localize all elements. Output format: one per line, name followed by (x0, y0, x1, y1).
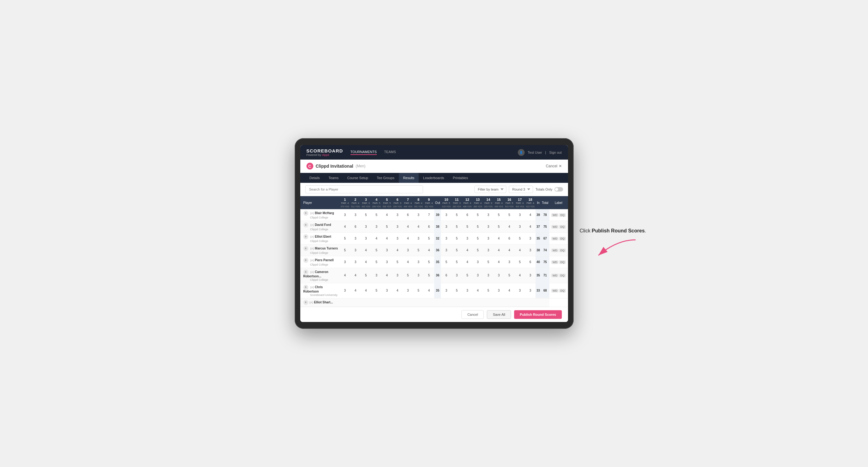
hole-7-score[interactable]: 3 (403, 283, 413, 298)
hole-15-score[interactable]: 3 (494, 268, 504, 283)
dq-badge[interactable]: DQ (559, 213, 566, 217)
hole-4-score[interactable]: 3 (371, 221, 382, 232)
hole-5-score[interactable]: 3 (382, 256, 392, 268)
hole-14-score[interactable]: 5 (483, 256, 494, 268)
round-select[interactable]: Round 3 (509, 186, 533, 193)
hole-9-score[interactable]: 6 (424, 221, 434, 232)
hole-7-score[interactable]: 4 (403, 256, 413, 268)
hole-8-score[interactable]: 3 (413, 268, 424, 283)
hole-13-score[interactable]: 4 (472, 283, 483, 298)
hole-6-score[interactable]: 4 (392, 283, 403, 298)
dq-badge[interactable]: DQ (559, 260, 566, 264)
hole-9-score[interactable]: 5 (424, 232, 434, 244)
nav-teams[interactable]: TEAMS (384, 150, 396, 155)
hole-15-score[interactable]: 3 (494, 283, 504, 298)
hole-16-score[interactable]: 4 (504, 221, 515, 232)
hole-8-score[interactable]: 4 (413, 221, 424, 232)
hole-1-score[interactable]: 3 (340, 283, 350, 298)
hole-9-score[interactable]: 5 (424, 256, 434, 268)
hole-2-score[interactable]: 3 (350, 244, 361, 256)
hole-12-score[interactable]: 5 (462, 221, 472, 232)
hole-12-score[interactable]: 3 (462, 283, 472, 298)
hole-1-score[interactable]: 5 (340, 232, 350, 244)
hole-4-score[interactable]: 3 (371, 268, 382, 283)
hole-5-score[interactable]: 4 (382, 268, 392, 283)
hole-11-score[interactable]: 5 (452, 283, 462, 298)
hole-5-score[interactable]: 3 (382, 244, 392, 256)
hole-6-score[interactable]: 3 (392, 221, 403, 232)
hole-9-score[interactable]: 4 (424, 283, 434, 298)
hole-8-score[interactable]: 3 (413, 209, 424, 221)
hole-7-score[interactable]: 6 (403, 209, 413, 221)
hole-8-score[interactable]: 5 (413, 283, 424, 298)
filter-by-team-select[interactable]: Filter by team (474, 186, 506, 193)
hole-10-score[interactable]: 3 (441, 244, 452, 256)
hole-8-score[interactable]: 3 (413, 232, 424, 244)
hole-3-score[interactable]: 3 (361, 232, 371, 244)
hole-3-score[interactable]: 4 (361, 283, 371, 298)
tab-tee-groups[interactable]: Tee Groups (372, 173, 399, 183)
hole-17-score[interactable]: 5 (515, 256, 525, 268)
hole-3-score[interactable]: 4 (361, 244, 371, 256)
hole-18-score[interactable]: 4 (525, 221, 535, 232)
hole-14-score[interactable]: 3 (483, 221, 494, 232)
hole-6-score[interactable]: 3 (392, 232, 403, 244)
hole-10-score[interactable]: 3 (441, 283, 452, 298)
hole-5-score[interactable]: 4 (382, 232, 392, 244)
dq-badge[interactable]: DQ (559, 274, 566, 277)
hole-5-score[interactable]: 5 (382, 221, 392, 232)
hole-2-score[interactable]: 3 (350, 232, 361, 244)
hole-1-score[interactable]: 4 (340, 221, 350, 232)
hole-12-score[interactable]: 4 (462, 256, 472, 268)
hole-3-score[interactable]: 5 (361, 268, 371, 283)
hole-4-score[interactable]: 5 (371, 283, 382, 298)
hole-10-score[interactable]: 3 (441, 209, 452, 221)
hole-13-score[interactable]: 3 (472, 268, 483, 283)
wd-badge[interactable]: WD (551, 213, 558, 217)
hole-6-score[interactable]: 3 (392, 268, 403, 283)
wd-badge[interactable]: WD (551, 274, 558, 277)
sign-out-link[interactable]: Sign out (549, 151, 561, 154)
hole-1-score[interactable]: 3 (340, 256, 350, 268)
tab-printables[interactable]: Printables (448, 173, 472, 183)
hole-4-score[interactable]: 4 (371, 232, 382, 244)
tab-results[interactable]: Results (399, 173, 419, 183)
hole-4-score[interactable]: 5 (371, 244, 382, 256)
hole-14-score[interactable]: 3 (483, 244, 494, 256)
hole-18-score[interactable]: 3 (525, 268, 535, 283)
hole-16-score[interactable]: 4 (504, 283, 515, 298)
wd-badge[interactable]: WD (551, 249, 558, 252)
hole-1-score[interactable]: 3 (340, 209, 350, 221)
dq-badge[interactable]: DQ (559, 225, 566, 229)
nav-tournaments[interactable]: TOURNAMENTS (350, 150, 377, 155)
hole-11-score[interactable]: 5 (452, 244, 462, 256)
tab-leaderboards[interactable]: Leaderboards (418, 173, 448, 183)
hole-13-score[interactable]: 3 (472, 256, 483, 268)
hole-13-score[interactable]: 5 (472, 244, 483, 256)
hole-3-score[interactable]: 3 (361, 221, 371, 232)
hole-6-score[interactable]: 5 (392, 256, 403, 268)
tab-course-setup[interactable]: Course Setup (343, 173, 372, 183)
hole-16-score[interactable]: 5 (504, 209, 515, 221)
hole-2-score[interactable]: 3 (350, 256, 361, 268)
hole-12-score[interactable]: 3 (462, 232, 472, 244)
hole-10-score[interactable]: 5 (441, 256, 452, 268)
hole-13-score[interactable]: 5 (472, 209, 483, 221)
hole-11-score[interactable]: 5 (452, 209, 462, 221)
hole-13-score[interactable]: 5 (472, 221, 483, 232)
hole-17-score[interactable]: 4 (515, 268, 525, 283)
hole-12-score[interactable]: 5 (462, 268, 472, 283)
wd-badge[interactable]: WD (551, 289, 558, 292)
hole-13-score[interactable]: 5 (472, 232, 483, 244)
wd-badge[interactable]: WD (551, 260, 558, 264)
hole-8-score[interactable]: 3 (413, 256, 424, 268)
hole-7-score[interactable]: 4 (403, 232, 413, 244)
hole-18-score[interactable]: 3 (525, 283, 535, 298)
hole-3-score[interactable]: 5 (361, 209, 371, 221)
hole-5-score[interactable]: 3 (382, 283, 392, 298)
hole-17-score[interactable]: 5 (515, 232, 525, 244)
hole-10-score[interactable]: 3 (441, 232, 452, 244)
hole-10-score[interactable]: 6 (441, 268, 452, 283)
publish-round-scores-button[interactable]: Publish Round Scores (514, 310, 561, 319)
hole-15-score[interactable]: 4 (494, 256, 504, 268)
